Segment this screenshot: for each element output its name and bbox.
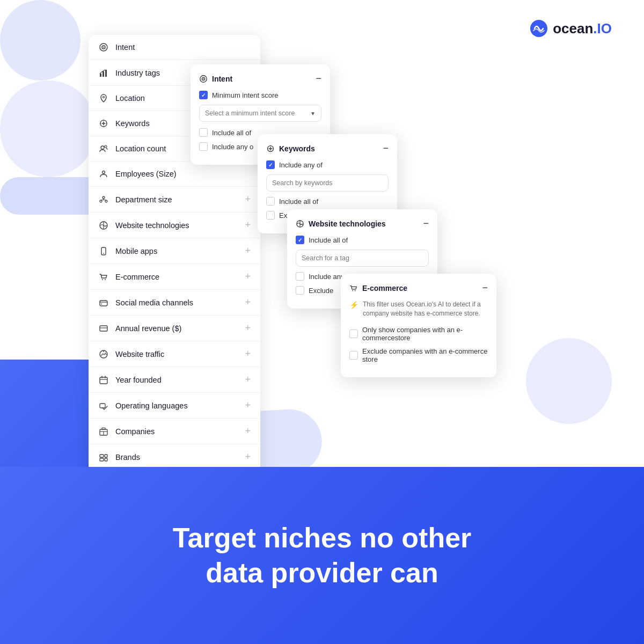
filter-label-revenue: Annual revenue ($): [115, 324, 238, 333]
webtech-include-all-label: Include all of: [309, 236, 348, 244]
filter-item-intent[interactable]: Intent: [89, 35, 260, 60]
svg-point-42: [355, 290, 356, 291]
filter-label-ecommerce: E-commerce: [115, 273, 238, 281]
keywords-popup-collapse[interactable]: −: [383, 143, 389, 154]
svg-point-39: [203, 78, 204, 79]
intent-score-select[interactable]: Select a minimum intent score ▼: [199, 105, 321, 122]
webtech-popup-icon: [296, 219, 304, 228]
keywords-include-all-checkbox[interactable]: [266, 197, 275, 206]
ecommerce-popup-header: E-commerce −: [349, 282, 488, 294]
filter-item-brands[interactable]: Brands +: [89, 444, 260, 467]
intent-include-any-checkbox[interactable]: [199, 142, 208, 151]
filter-label-web-tech: Website technologies: [115, 221, 238, 230]
filter-plus-department: +: [245, 194, 251, 205]
filter-item-employees[interactable]: Employees (Size): [89, 162, 260, 187]
ecommerce-icon: [98, 272, 109, 282]
intent-include-all-checkbox[interactable]: [199, 128, 208, 137]
ecommerce-only-show-checkbox[interactable]: [349, 330, 358, 338]
svg-point-13: [105, 200, 107, 202]
filter-label-brands: Brands: [115, 453, 238, 462]
filter-label-companies: Companies: [115, 427, 238, 436]
social-icon: [98, 297, 109, 308]
bottom-line1: Target niches no other: [173, 522, 472, 553]
keywords-include-all-label: Include all of: [279, 197, 318, 206]
filter-item-languages[interactable]: Operating languages +: [89, 393, 260, 419]
filter-item-companies[interactable]: Companies +: [89, 419, 260, 444]
intent-score-placeholder: Select a minimum intent score: [205, 109, 295, 117]
filter-plus-web-tech: +: [245, 219, 251, 231]
revenue-icon: [98, 323, 109, 334]
logo-domain: .IO: [593, 20, 612, 36]
svg-point-18: [105, 279, 106, 280]
webtech-search-input[interactable]: [296, 250, 429, 267]
keywords-include-all-row[interactable]: Include all of: [266, 197, 389, 206]
svg-rect-6: [105, 70, 107, 77]
location-icon: [98, 93, 109, 104]
webtech-include-all-row[interactable]: Include all of: [296, 236, 429, 244]
filter-label-employees: Employees (Size): [115, 170, 251, 178]
bottom-section: Target niches no other data provider can: [0, 467, 644, 644]
filter-label-mobile: Mobile apps: [115, 247, 238, 255]
svg-point-12: [100, 200, 102, 202]
svg-point-20: [101, 303, 102, 304]
svg-point-9: [105, 145, 107, 148]
intent-popup-collapse[interactable]: −: [316, 73, 321, 84]
filter-item-mobile[interactable]: Mobile apps +: [89, 238, 260, 264]
svg-rect-4: [100, 74, 101, 77]
intent-min-score-row[interactable]: Minimum intent score: [199, 91, 321, 99]
logo-icon: [529, 19, 548, 38]
language-icon: [98, 400, 109, 411]
svg-point-10: [103, 171, 105, 174]
ecommerce-exclude-checkbox[interactable]: [349, 351, 358, 360]
svg-rect-34: [100, 458, 104, 461]
svg-rect-28: [100, 404, 105, 408]
keywords-search-input[interactable]: [266, 174, 389, 192]
webtech-exclude-checkbox[interactable]: [296, 286, 304, 295]
intent-popup-icon: [199, 75, 208, 83]
intent-min-score-checkbox[interactable]: [199, 91, 208, 99]
filter-item-web-tech[interactable]: Website technologies +: [89, 213, 260, 238]
filter-label-department: Department size: [115, 195, 238, 204]
ecommerce-only-show-row[interactable]: Only show companies with an e-commercest…: [349, 326, 488, 342]
employees-icon: [98, 169, 109, 179]
keywords-include-any-label: Include any of: [279, 161, 323, 169]
webtech-include-all-checkbox[interactable]: [296, 236, 304, 244]
intent-include-any-label: Include any o: [212, 143, 253, 151]
webtech-popup-collapse[interactable]: −: [423, 218, 429, 229]
ecommerce-ai-note: ⚡ This filter uses Ocean.io's AI to dete…: [349, 300, 488, 318]
mobile-icon: [98, 246, 109, 257]
filter-item-department[interactable]: Department size +: [89, 187, 260, 213]
filter-item-social[interactable]: Social media channels +: [89, 290, 260, 316]
intent-include-all-label: Include all of: [212, 129, 251, 137]
webtech-include-any-checkbox[interactable]: [296, 272, 304, 281]
svg-rect-5: [103, 71, 104, 77]
bottom-line2: data provider can: [206, 557, 438, 588]
ecommerce-popup-title: E-commerce: [349, 284, 407, 292]
intent-popup-title: Intent: [199, 75, 232, 83]
keywords-popup-label: Keywords: [279, 144, 315, 153]
keywords-exclude-checkbox[interactable]: [266, 211, 275, 219]
filter-label-traffic: Website traffic: [115, 350, 238, 358]
logo-name: ocean.IO: [553, 20, 612, 37]
filter-item-revenue[interactable]: Annual revenue ($) +: [89, 316, 260, 341]
department-icon: [98, 194, 109, 205]
svg-point-23: [103, 351, 104, 352]
keywords-include-any-row[interactable]: Include any of: [266, 160, 389, 169]
industry-icon: [98, 68, 109, 78]
ecommerce-exclude-row[interactable]: Exclude companies with an e-commerce sto…: [349, 347, 488, 363]
webtech-popup-header: Website technologies −: [296, 218, 429, 229]
svg-rect-19: [100, 301, 107, 306]
keywords-icon: [98, 118, 109, 129]
webtech-popup-label: Website technologies: [309, 219, 386, 228]
intent-popup-header: Intent −: [199, 73, 321, 84]
filter-item-traffic[interactable]: Website traffic +: [89, 341, 260, 367]
filter-plus-ecommerce: +: [245, 271, 251, 282]
svg-point-11: [103, 196, 105, 199]
filter-item-ecommerce[interactable]: E-commerce +: [89, 264, 260, 290]
ecommerce-popup-collapse[interactable]: −: [482, 282, 488, 294]
lightning-icon: ⚡: [349, 300, 358, 318]
bg-circle-2: [0, 80, 97, 177]
filter-item-year[interactable]: Year founded +: [89, 367, 260, 393]
filter-plus-brands: +: [245, 451, 251, 463]
keywords-include-any-checkbox[interactable]: [266, 160, 275, 169]
